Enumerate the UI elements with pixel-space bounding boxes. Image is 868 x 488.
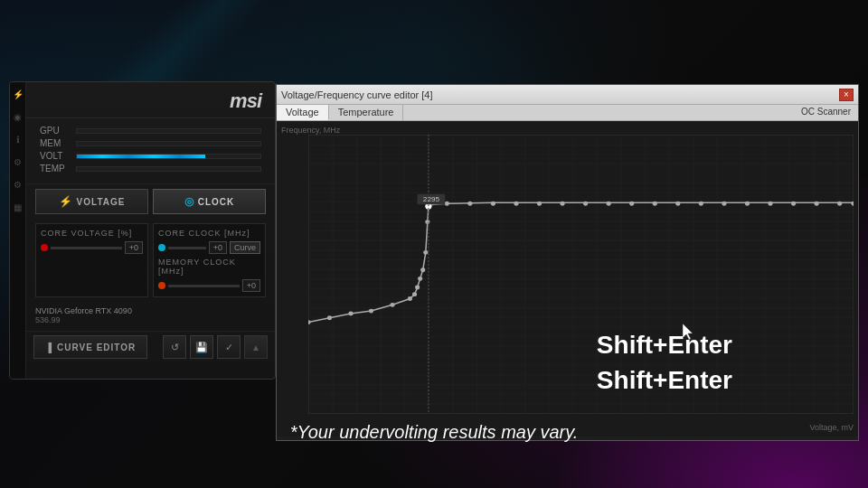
memory-clock-title: MEMORY CLOCK [MHz] — [158, 258, 260, 276]
flat-dot-3 — [491, 202, 495, 206]
core-voltage-value: +0 — [125, 241, 143, 254]
clock-group: CORE CLOCK [MHz] +0 Curve MEMORY CLOCK [… — [153, 223, 266, 297]
curve-dot-4 — [369, 309, 373, 314]
controls-section: CORE VOLTAGE [%] +0 CORE CLOCK [MHz] +0 … — [26, 219, 275, 302]
vf-curve-editor-window: Voltage/Frequency curve editor [4] × Vol… — [276, 84, 859, 441]
curve-editor-button[interactable]: ▐ CURVE EDITOR — [33, 335, 147, 359]
disclaimer-text: *Your undervolting results may vary. — [290, 422, 579, 443]
flat-dot-16 — [791, 202, 796, 206]
flat-dot-18 — [837, 202, 842, 206]
flat-dot-15 — [768, 202, 772, 206]
cursor — [683, 324, 693, 340]
gauge-gpu: GPU — [40, 126, 261, 136]
core-voltage-slider[interactable] — [51, 247, 122, 249]
curve-dot-9 — [418, 277, 422, 281]
side-icon-5[interactable]: ⚙ — [14, 180, 22, 190]
flat-dot-2 — [467, 202, 472, 206]
curve-dot-7 — [412, 292, 417, 296]
gpu-name: NVIDIA Geforce RTX 4090 — [35, 306, 266, 315]
gauge-temp: TEMP — [40, 164, 261, 174]
gpu-price: 536.99 — [35, 315, 266, 324]
flat-dot-8 — [607, 202, 611, 206]
temperature-tab-vf[interactable]: Temperature — [329, 105, 404, 120]
oc-scanner-button[interactable]: OC Scanner — [794, 105, 858, 120]
voltage-tab[interactable]: ⚡ VOLTAGE — [35, 189, 148, 214]
core-voltage-title: CORE VOLTAGE [%] — [41, 229, 143, 238]
msi-logo: msi — [26, 82, 275, 118]
chart-grid — [308, 135, 854, 414]
mem-clock-group: MEMORY CLOCK [MHz] +0 — [158, 258, 260, 292]
flat-dot-9 — [629, 202, 634, 206]
reset-button[interactable]: ↺ — [163, 335, 186, 359]
flat-dot-10 — [653, 202, 657, 206]
voltage-tab-vf[interactable]: Voltage — [277, 105, 329, 120]
y-axis-label: Frequency, MHz — [281, 126, 340, 135]
flat-dot-17 — [815, 202, 819, 206]
side-icon-1[interactable]: ⚡ — [13, 89, 24, 99]
memory-clock-dot — [158, 282, 165, 289]
flat-dot-13 — [722, 202, 726, 206]
gpu-info: NVIDIA Geforce RTX 4090 536.99 — [26, 302, 275, 329]
core-voltage-dot — [41, 244, 48, 251]
curve-dot-6 — [408, 296, 412, 301]
gauge-volt: VOLT — [40, 151, 261, 161]
curve-dot-5 — [390, 303, 394, 307]
memory-clock-slider[interactable] — [168, 285, 240, 287]
flat-dot-1 — [445, 202, 449, 206]
curve-button[interactable]: Curve — [230, 241, 260, 254]
flat-dot-7 — [583, 202, 588, 206]
flat-dot-11 — [675, 202, 680, 206]
curve-dot-12 — [425, 220, 429, 224]
cursor-icon — [683, 324, 693, 340]
voltage-tab-label: VOLTAGE — [77, 197, 126, 207]
side-icon-3[interactable]: ℹ — [16, 135, 20, 145]
chart-area: Frequency, MHz Voltage, mV — [277, 121, 858, 436]
bar-chart-icon: ▐ — [45, 343, 52, 352]
vf-chart-svg: 2295 700 800 900 1000 1100 1200 1300 140… — [308, 135, 854, 414]
save-button[interactable]: 💾 — [190, 335, 213, 359]
curve-dot-3 — [348, 312, 353, 316]
vf-title: Voltage/Frequency curve editor [4] — [281, 89, 433, 100]
x-axis-label: Voltage, mV — [809, 423, 854, 432]
svg-marker-0 — [683, 324, 693, 340]
shift-enter-2: Shift+Enter — [597, 362, 732, 398]
memory-clock-value: +0 — [242, 279, 260, 292]
vf-tab-bar: Voltage Temperature OC Scanner — [277, 105, 858, 121]
gauge-section: GPU MEM VOLT TEMP — [26, 118, 275, 184]
curve-dot-2 — [327, 315, 332, 320]
expand-button[interactable]: ▲ — [244, 335, 268, 359]
flat-dot-12 — [699, 202, 703, 206]
overlay-text-block: Shift+Enter Shift+Enter — [597, 327, 732, 398]
highlight-label: 2295 — [423, 196, 440, 204]
flat-dot-6 — [561, 202, 565, 206]
core-clock-title: CORE CLOCK [MHz] — [158, 229, 260, 238]
core-clock-value: +0 — [209, 241, 227, 254]
shift-enter-1: Shift+Enter — [597, 327, 732, 362]
clock-tab[interactable]: ◎ CLOCK — [153, 189, 266, 214]
vf-titlebar: Voltage/Frequency curve editor [4] × — [277, 85, 858, 105]
core-clock-row: +0 Curve — [158, 241, 260, 254]
tab-section: ⚡ VOLTAGE ◎ CLOCK — [26, 184, 275, 219]
core-voltage-row: +0 — [41, 241, 143, 254]
side-icon-4[interactable]: ⚙ — [14, 157, 22, 167]
flat-dot-4 — [514, 202, 518, 206]
side-icon-2[interactable]: ◉ — [14, 112, 22, 122]
side-icon-6[interactable]: ▦ — [14, 202, 22, 212]
clock-icon: ◎ — [184, 195, 194, 208]
vf-close-button[interactable]: × — [839, 89, 854, 101]
curve-dot-11 — [423, 250, 428, 255]
flat-dot-14 — [745, 202, 750, 206]
curve-dot-10 — [420, 267, 425, 272]
apply-button[interactable]: ✓ — [217, 335, 241, 359]
curve-editor-label: CURVE EDITOR — [57, 343, 136, 352]
core-clock-dot — [158, 244, 165, 251]
flat-dot-5 — [537, 202, 542, 206]
core-voltage-group: CORE VOLTAGE [%] +0 — [35, 223, 148, 297]
afterburner-panel: ⚡ ◉ ℹ ⚙ ⚙ ▦ msi GPU MEM VOLT TEMP — [9, 81, 276, 380]
curve-dot-8 — [415, 286, 420, 290]
voltage-icon: ⚡ — [59, 195, 73, 208]
core-clock-slider[interactable] — [168, 247, 206, 249]
clock-tab-label: CLOCK — [198, 197, 235, 207]
memory-clock-row: +0 — [158, 279, 260, 292]
gauge-mem: MEM — [40, 138, 261, 148]
